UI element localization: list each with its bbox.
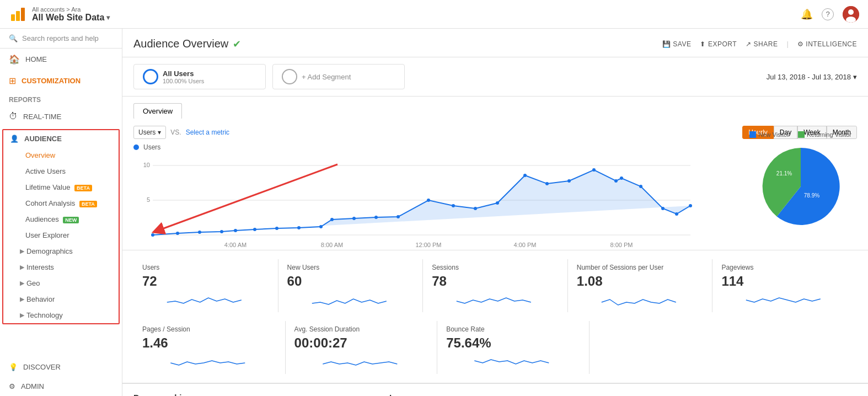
sidebar-item-customization[interactable]: ⊞ CUSTOMIZATION	[0, 70, 122, 92]
tab-overview[interactable]: Overview	[133, 103, 182, 119]
sidebar-bottom: 💡 DISCOVER ⚙ ADMIN	[0, 357, 122, 396]
sparkline-avg-session	[294, 353, 428, 370]
sidebar-item-user-explorer[interactable]: User Explorer	[3, 227, 119, 243]
content-actions: 💾 SAVE ⬆ EXPORT ↗ SHARE | ⚙ INTELLIGENCE	[662, 40, 857, 48]
chart-controls: Users ▾ VS. Select a metric Hourly Day W…	[133, 126, 857, 139]
sidebar-item-demographics[interactable]: ▶ Demographics	[3, 243, 119, 259]
svg-rect-0	[11, 14, 15, 21]
sparkline-sessions	[432, 291, 559, 308]
svg-point-42	[675, 212, 678, 216]
svg-point-17	[151, 233, 154, 237]
content-header: Audience Overview ✔ 💾 SAVE ⬆ EXPORT ↗ SH…	[122, 29, 868, 57]
customization-icon: ⊞	[9, 76, 16, 86]
main-content: Audience Overview ✔ 💾 SAVE ⬆ EXPORT ↗ SH…	[122, 29, 868, 396]
avatar[interactable]	[843, 6, 859, 23]
svg-text:78.9%: 78.9%	[804, 192, 819, 199]
segments-left: All Users 100.00% Users + Add Segment	[133, 64, 405, 89]
svg-point-28	[374, 216, 378, 219]
sidebar-item-overview[interactable]: Overview	[3, 147, 119, 163]
svg-point-27	[352, 217, 356, 220]
export-button[interactable]: ⬆ EXPORT	[700, 40, 737, 48]
expand-icon-geo: ▶	[20, 280, 24, 287]
all-users-segment[interactable]: All Users 100.00% Users	[133, 64, 266, 89]
save-button[interactable]: 💾 SAVE	[662, 40, 692, 48]
export-icon: ⬆	[700, 40, 706, 48]
help-icon[interactable]: ?	[822, 8, 834, 20]
language-table: Language Users % Users 1. en-us 47 65.28…	[389, 393, 857, 396]
metric-selector: Users ▾ VS. Select a metric	[133, 126, 229, 139]
sidebar-item-admin[interactable]: ⚙ ADMIN	[0, 377, 122, 396]
pie-chart: 78.9% 21.1%	[757, 142, 845, 231]
select-metric-link[interactable]: Select a metric	[186, 129, 229, 136]
sidebar-item-interests[interactable]: ▶ Interests	[3, 259, 119, 275]
audience-icon: 👤	[10, 135, 19, 143]
metric-sessions[interactable]: Sessions 78	[423, 259, 568, 312]
date-range-picker[interactable]: Jul 13, 2018 - Jul 13, 2018 ▾	[767, 73, 857, 81]
metric-sessions-per-user[interactable]: Number of Sessions per User 1.08	[568, 259, 713, 312]
expand-icon-demographics: ▶	[20, 248, 24, 255]
sidebar-item-audiences[interactable]: Audiences NEW	[3, 211, 119, 227]
header-title[interactable]: All Web Site Data ▾	[32, 13, 110, 23]
header-right: 🔔 ?	[801, 6, 859, 23]
svg-point-36	[567, 179, 571, 183]
beta-badge-cohort: BETA	[79, 201, 97, 207]
sidebar-item-cohort-analysis[interactable]: Cohort Analysis BETA	[3, 195, 119, 211]
reports-label: Reports	[0, 92, 122, 106]
sidebar-item-technology[interactable]: ▶ Technology	[3, 307, 119, 323]
audience-header[interactable]: 👤 AUDIENCE	[3, 130, 119, 147]
svg-point-35	[545, 182, 549, 185]
chart-area: Users ▾ VS. Select a metric Hourly Day W…	[122, 119, 868, 250]
home-icon: 🏠	[9, 54, 20, 65]
svg-text:4:00 AM: 4:00 AM	[224, 242, 247, 248]
metric-bounce-rate[interactable]: Bounce Rate 75.64%	[437, 321, 590, 374]
returning-visitor-color	[798, 131, 805, 138]
svg-rect-1	[16, 11, 20, 21]
metric-avg-session[interactable]: Avg. Session Duration 00:00:27	[286, 321, 438, 374]
svg-point-22	[253, 228, 256, 231]
svg-text:8:00 PM: 8:00 PM	[610, 242, 633, 248]
metric-pages-session[interactable]: Pages / Session 1.46	[133, 321, 286, 374]
page-title: Audience Overview ✔	[133, 38, 241, 50]
sidebar-item-active-users[interactable]: Active Users	[3, 163, 119, 179]
sidebar-item-behavior[interactable]: ▶ Behavior	[3, 291, 119, 307]
svg-text:12:00 PM: 12:00 PM	[415, 242, 441, 248]
add-segment-circle	[282, 69, 297, 84]
add-segment-button[interactable]: + Add Segment	[272, 64, 405, 89]
intelligence-button[interactable]: ⚙ INTELLIGENCE	[797, 40, 857, 48]
new-visitor-color	[749, 131, 756, 138]
metric-users[interactable]: Users 72	[133, 259, 278, 312]
svg-point-21	[234, 229, 237, 232]
sidebar-item-home[interactable]: 🏠 HOME	[0, 49, 122, 70]
top-header: All accounts > Ara All Web Site Data ▾ 🔔…	[0, 0, 868, 29]
lang-header: Language	[389, 393, 857, 396]
svg-point-18	[176, 232, 179, 235]
date-caret-icon: ▾	[853, 73, 857, 81]
metric-new-users[interactable]: New Users 60	[278, 259, 424, 312]
svg-text:10: 10	[143, 162, 150, 168]
svg-point-31	[452, 204, 455, 207]
save-icon: 💾	[662, 40, 671, 48]
dropdown-caret: ▾	[158, 129, 161, 136]
search-icon: 🔍	[9, 34, 18, 42]
svg-point-20	[220, 230, 223, 233]
expand-icon-interests: ▶	[20, 264, 24, 271]
sidebar-item-lifetime-value[interactable]: Lifetime Value BETA	[3, 179, 119, 195]
svg-point-19	[198, 231, 201, 234]
header-breadcrumb: All accounts > Ara	[32, 6, 110, 13]
search-bar[interactable]: 🔍 Search reports and help	[0, 29, 122, 49]
svg-point-37	[592, 168, 596, 172]
share-button[interactable]: ↗ SHARE	[746, 40, 778, 48]
metrics-row-2: Pages / Session 1.46 Avg. Session Durati…	[122, 321, 868, 383]
sparkline-sessions-per-user	[577, 291, 704, 308]
sidebar-item-realtime[interactable]: ⏱ REAL-TIME	[0, 106, 122, 127]
sparkline-new-users	[287, 291, 414, 308]
segments-bar: All Users 100.00% Users + Add Segment Ju…	[122, 57, 868, 97]
header-left: All accounts > Ara All Web Site Data ▾	[9, 6, 110, 23]
sidebar-item-discover[interactable]: 💡 DISCOVER	[0, 357, 122, 377]
divider: |	[786, 40, 788, 48]
bell-icon[interactable]: 🔔	[801, 8, 813, 20]
sidebar-item-geo[interactable]: ▶ Geo	[3, 275, 119, 291]
metric-pageviews[interactable]: Pageviews 114	[712, 259, 857, 312]
svg-text:4:00 PM: 4:00 PM	[514, 242, 537, 248]
metric-dropdown[interactable]: Users ▾	[133, 126, 166, 139]
